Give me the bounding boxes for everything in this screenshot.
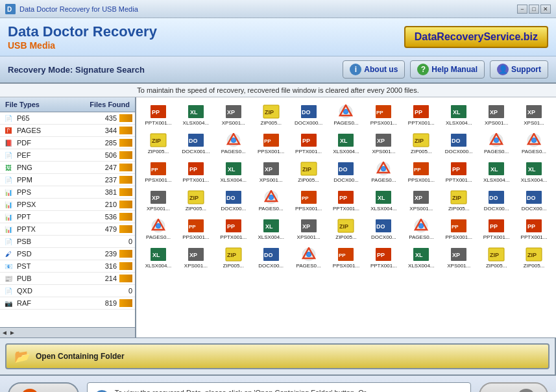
- minimize-button[interactable]: −: [517, 5, 527, 14]
- grid-file-item[interactable]: DO DOCX00...: [215, 187, 252, 214]
- grid-file-item[interactable]: PP PPSX001...: [253, 130, 289, 157]
- grid-file-item[interactable]: XP XPS001...: [215, 101, 252, 129]
- grid-file-item[interactable]: ZIP ZIP005...: [478, 244, 514, 271]
- file-list-item[interactable]: 🅿 PAGES 344: [0, 125, 135, 137]
- grid-file-item[interactable]: XP XPS001...: [478, 101, 514, 129]
- grid-file-item[interactable]: PAGES0...: [215, 130, 252, 157]
- support-button[interactable]: 👤 Support: [490, 60, 548, 79]
- grid-file-item[interactable]: PP PPSX001...: [140, 158, 176, 186]
- grid-file-item[interactable]: XL XLSX004...: [478, 158, 514, 186]
- grid-file-item[interactable]: DO DOCX00...: [328, 158, 365, 186]
- file-list-item[interactable]: 📊 PPT 536: [0, 211, 135, 223]
- close-button[interactable]: ✕: [540, 5, 551, 14]
- file-list-item[interactable]: 📄 PPM 237: [0, 174, 135, 186]
- grid-file-item[interactable]: XP XPS001...: [291, 215, 327, 243]
- file-list-item[interactable]: 📧 PST 316: [0, 260, 135, 273]
- grid-file-icon: PP: [412, 161, 430, 177]
- maximize-button[interactable]: □: [529, 5, 539, 14]
- grid-file-item[interactable]: ZIP ZIP005...: [215, 244, 252, 271]
- grid-file-item[interactable]: PP PPSX001...: [365, 101, 402, 129]
- grid-file-item[interactable]: PP PPTX001...: [365, 244, 402, 271]
- grid-file-item[interactable]: ZIP ZIP005...: [516, 244, 552, 271]
- grid-file-item[interactable]: PP PPSX001...: [178, 215, 214, 243]
- grid-file-item[interactable]: XL XLSX004...: [403, 244, 439, 271]
- file-type-icon: 📕: [3, 138, 14, 148]
- grid-file-item[interactable]: PAGES0...: [140, 215, 176, 243]
- grid-file-item[interactable]: PP PPSX001...: [328, 244, 365, 271]
- window-controls[interactable]: − □ ✕: [517, 5, 551, 14]
- grid-file-item[interactable]: XP XPS001...: [140, 187, 176, 214]
- grid-file-item[interactable]: PAGES0...: [328, 101, 365, 129]
- file-type-icon: 📄: [3, 286, 14, 296]
- file-list-item[interactable]: 📄 QXD 0: [0, 285, 135, 297]
- grid-file-item[interactable]: PP PPTX001...: [178, 158, 214, 186]
- file-list-item[interactable]: 📄 P65 435: [0, 112, 135, 125]
- grid-file-item[interactable]: XL XLSX004...: [215, 158, 252, 186]
- grid-file-item[interactable]: XP XPS001...: [365, 130, 402, 157]
- grid-file-item[interactable]: PP PPSX001...: [291, 187, 327, 214]
- grid-file-item[interactable]: PAGES0...: [253, 187, 289, 214]
- grid-file-item[interactable]: PAGES0...: [516, 130, 552, 157]
- grid-file-item[interactable]: ZIP ZIP005...: [291, 158, 327, 186]
- file-list-item[interactable]: 🖌 PSD 239: [0, 248, 135, 260]
- file-list-item[interactable]: 📊 PPSX 210: [0, 199, 135, 211]
- grid-file-item[interactable]: PP PPTX001...: [215, 215, 252, 243]
- file-list-item[interactable]: 📄 PSB 0: [0, 236, 135, 248]
- grid-file-item[interactable]: XL XLSX004...: [140, 244, 176, 271]
- grid-file-item[interactable]: ZIP ZIP005...: [253, 101, 289, 129]
- grid-file-item[interactable]: ZIP ZIP005...: [140, 130, 176, 157]
- grid-file-item[interactable]: XL XLSX004...: [328, 130, 365, 157]
- grid-file-item[interactable]: PAGES0...: [403, 215, 439, 243]
- grid-file-item[interactable]: XP XPS001...: [441, 244, 477, 271]
- grid-file-item[interactable]: PAGES0...: [478, 130, 514, 157]
- file-list-item[interactable]: 📊 PPTX 479: [0, 223, 135, 236]
- grid-file-item[interactable]: ZIP ZIP005...: [441, 187, 477, 214]
- grid-file-item[interactable]: XP XPS01...: [516, 101, 552, 129]
- grid-file-item[interactable]: PP PPTX001...: [441, 158, 477, 186]
- grid-file-item[interactable]: XP XPS001...: [178, 244, 214, 271]
- grid-file-label: PAGES0...: [221, 149, 246, 154]
- grid-file-item[interactable]: PAGES0...: [291, 244, 327, 271]
- grid-file-item[interactable]: PAGES0...: [365, 158, 402, 186]
- grid-file-item[interactable]: PP PPTX001...: [140, 101, 176, 129]
- grid-file-item[interactable]: XL XLSX004...: [516, 158, 552, 186]
- grid-file-item[interactable]: XL XLSX004...: [253, 215, 289, 243]
- grid-file-item[interactable]: PP PPTX001...: [516, 215, 552, 243]
- grid-file-item[interactable]: XP XPS001...: [253, 158, 289, 186]
- next-button[interactable]: Next ►: [479, 382, 548, 392]
- grid-file-item[interactable]: ZIP ZIP005...: [178, 187, 214, 214]
- file-list-item[interactable]: 📰 PUB 214: [0, 273, 135, 285]
- help-manual-button[interactable]: ? Help Manual: [410, 60, 485, 79]
- file-grid-panel[interactable]: PP PPTX001... XL XLSX004... XP XPS001...…: [136, 97, 556, 337]
- grid-file-item[interactable]: DO DOCX00...: [253, 244, 289, 271]
- grid-file-label: DOCX00...: [333, 177, 359, 183]
- grid-file-item[interactable]: PP PPTX001...: [403, 101, 439, 129]
- back-button[interactable]: ◄ Back: [8, 382, 79, 392]
- grid-file-item[interactable]: PP PPSX001...: [403, 158, 439, 186]
- grid-file-item[interactable]: DO DOCX000...: [291, 101, 327, 129]
- file-list[interactable]: 📄 P65 435 🅿 PAGES 344 📕 PDF 285 📄 PEF 50…: [0, 112, 135, 327]
- grid-file-item[interactable]: XL XLSX004...: [365, 187, 402, 214]
- grid-file-item[interactable]: DO DOCX00...: [365, 215, 402, 243]
- grid-file-item[interactable]: ZIP ZIP005...: [328, 215, 365, 243]
- grid-file-item[interactable]: ZIP ZIP005...: [403, 130, 439, 157]
- file-list-item[interactable]: 📕 PDF 285: [0, 137, 135, 149]
- file-list-item[interactable]: 📷 RAF 819: [0, 297, 135, 310]
- open-folder-button[interactable]: 📂 Open Containing Folder: [5, 343, 550, 369]
- grid-file-item[interactable]: PP PPTX001...: [328, 187, 365, 214]
- grid-file-item[interactable]: PP PPTX001...: [478, 215, 514, 243]
- grid-file-item[interactable]: DO DOCX00...: [516, 187, 552, 214]
- brand: Data Doctor Recovery USB Media: [8, 23, 157, 51]
- grid-file-item[interactable]: XL XLSX004...: [441, 101, 477, 129]
- grid-file-item[interactable]: PP PPTX001...: [291, 130, 327, 157]
- grid-file-item[interactable]: XP XPS001...: [403, 187, 439, 214]
- file-list-item[interactable]: 📄 PEF 506: [0, 149, 135, 162]
- grid-file-item[interactable]: DO DOCX00...: [478, 187, 514, 214]
- file-list-item[interactable]: 📊 PPS 381: [0, 186, 135, 199]
- grid-file-item[interactable]: DO DOCX000...: [441, 130, 477, 157]
- grid-file-item[interactable]: PP PPSX001...: [441, 215, 477, 243]
- about-us-button[interactable]: i About us: [343, 60, 405, 79]
- file-list-item[interactable]: 🖼 PNG 247: [0, 162, 135, 174]
- grid-file-item[interactable]: XL XLSX004...: [178, 101, 214, 129]
- grid-file-item[interactable]: DO DOCX001...: [178, 130, 214, 157]
